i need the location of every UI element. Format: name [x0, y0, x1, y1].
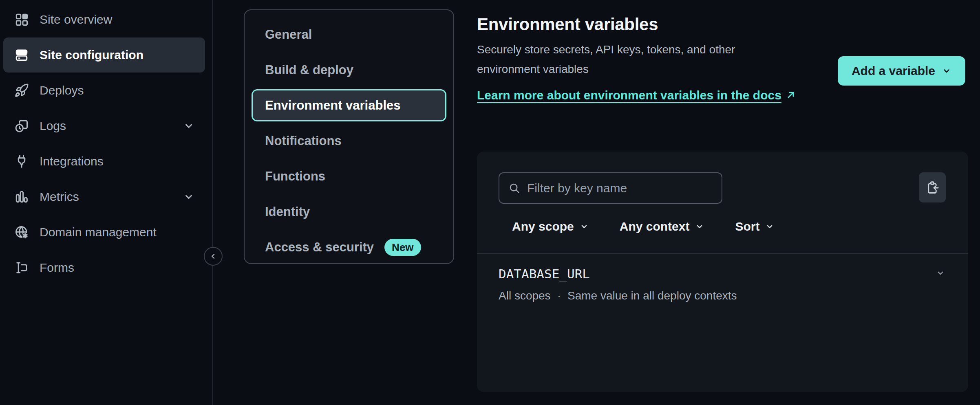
settings-item-label: Build & deploy [265, 63, 353, 77]
filter-bar: Any scope Any context Sort [512, 215, 774, 238]
settings-nav-item-functions[interactable]: Functions [245, 158, 453, 194]
panel-divider [477, 253, 968, 254]
add-variable-button[interactable]: Add a variable [838, 56, 965, 86]
sidebar-item-label: Logs [40, 119, 66, 133]
filter-label: Sort [735, 220, 759, 233]
settings-nav-card: General Build & deploy Environment varia… [244, 9, 454, 264]
chevron-down-icon [580, 222, 589, 231]
page-title: Environment variables [477, 15, 968, 34]
chevron-down-icon[interactable] [935, 269, 946, 279]
sidebar-item-label: Forms [40, 261, 74, 275]
chevron-down-icon [183, 191, 194, 202]
form-input-icon [14, 260, 29, 275]
chevron-down-icon [765, 222, 774, 231]
new-badge: New [384, 239, 421, 256]
sidebar-item-logs[interactable]: Logs [3, 108, 205, 143]
settings-item-label: General [265, 27, 312, 42]
sidebar-item-metrics[interactable]: Metrics [3, 179, 205, 214]
logs-clock-icon [14, 119, 29, 133]
chevron-down-icon [183, 120, 194, 132]
app-screen: Site overview Site configuration Deploys… [0, 0, 980, 405]
bar-chart-icon [14, 189, 29, 204]
env-vars-panel: Any scope Any context Sort DATABASE_URL … [477, 152, 968, 392]
docs-link-line: Learn more about environment variables i… [477, 86, 799, 105]
main-content: Environment variables Securely store sec… [477, 0, 968, 405]
env-var-key: DATABASE_URL [499, 265, 590, 283]
filter-label: Any scope [512, 220, 574, 233]
rocket-icon [14, 83, 29, 98]
docs-link[interactable]: Learn more about environment variables i… [477, 88, 781, 102]
sidebar-item-label: Domain management [40, 225, 157, 239]
paste-import-icon [925, 180, 939, 194]
settings-item-label: Functions [265, 169, 325, 184]
import-env-button[interactable] [919, 172, 946, 202]
page-description: Securely store secrets, API keys, tokens… [477, 40, 799, 79]
arrow-up-right-icon [786, 86, 796, 105]
chevron-left-icon [209, 252, 217, 260]
sidebar-item-site-overview[interactable]: Site overview [3, 2, 205, 37]
sidebar-item-integrations[interactable]: Integrations [3, 144, 205, 179]
env-var-row[interactable]: DATABASE_URL All scopes · Same value in … [499, 265, 946, 303]
env-var-scopes: All scopes [499, 288, 551, 303]
settings-nav-item-environment-variables[interactable]: Environment variables [252, 89, 446, 121]
sidebar-item-domain-management[interactable]: Domain management [3, 215, 205, 250]
sidebar-item-label: Integrations [40, 154, 104, 168]
settings-nav-item-identity[interactable]: Identity [245, 194, 453, 229]
chevron-down-icon [942, 66, 951, 76]
sidebar-nav: Site overview Site configuration Deploys… [0, 2, 212, 285]
filter-key-input[interactable] [527, 181, 713, 195]
meta-separator: · [557, 288, 561, 303]
sidebar-item-label: Deploys [40, 84, 84, 97]
sidebar: Site overview Site configuration Deploys… [0, 0, 213, 405]
settings-item-label: Access & security [265, 240, 374, 255]
settings-nav-item-build-deploy[interactable]: Build & deploy [245, 52, 453, 88]
server-icon [14, 48, 29, 62]
sidebar-item-label: Metrics [40, 190, 79, 204]
filter-dropdown-any-context[interactable]: Any context [620, 220, 704, 233]
filter-dropdown-any-scope[interactable]: Any scope [512, 220, 589, 233]
globe-icon [14, 225, 29, 240]
sidebar-item-deploys[interactable]: Deploys [3, 73, 205, 108]
sidebar-item-site-configuration[interactable]: Site configuration [3, 37, 205, 73]
settings-item-label: Environment variables [265, 98, 401, 113]
sidebar-item-label: Site overview [40, 13, 112, 26]
plug-icon [14, 154, 29, 169]
settings-item-label: Notifications [265, 134, 342, 148]
settings-item-label: Identity [265, 205, 310, 219]
grid-icon [14, 12, 29, 27]
search-box [499, 172, 722, 204]
chevron-down-icon [695, 222, 704, 231]
settings-nav-item-access-security[interactable]: Access & security New [245, 229, 453, 265]
settings-nav-item-notifications[interactable]: Notifications [245, 123, 453, 158]
sidebar-item-forms[interactable]: Forms [3, 250, 205, 285]
search-icon [508, 182, 521, 194]
filter-label: Any context [620, 220, 690, 233]
settings-nav-item-general[interactable]: General [245, 17, 453, 52]
filter-dropdown-sort[interactable]: Sort [735, 220, 774, 233]
env-var-contexts: Same value in all deploy contexts [567, 288, 737, 303]
add-variable-button-label: Add a variable [852, 64, 935, 78]
sidebar-collapse-button[interactable] [204, 247, 223, 266]
sidebar-item-label: Site configuration [40, 48, 143, 62]
